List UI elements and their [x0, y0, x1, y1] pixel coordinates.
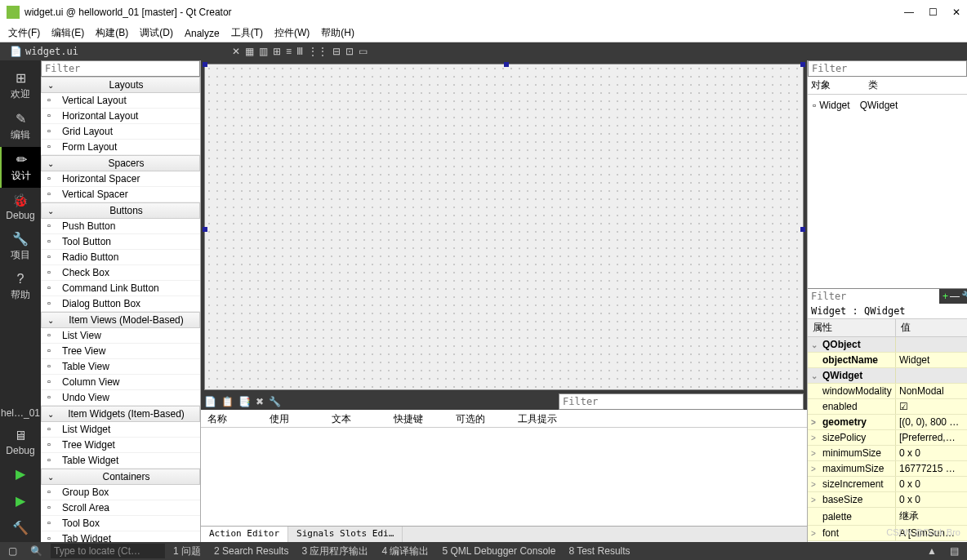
pane-qml[interactable]: 5 QML Debugger Console	[437, 545, 560, 557]
property-filter[interactable]	[808, 289, 939, 304]
widgetbox-item[interactable]: ▫Table View	[41, 359, 200, 375]
layout-icon[interactable]: Ⅲ	[296, 46, 303, 57]
toggle-pane-icon[interactable]: ▲	[922, 545, 942, 557]
widgetbox-item[interactable]: ▫Tool Button	[41, 234, 200, 250]
obj-col-object[interactable]: 对象	[811, 78, 868, 92]
col-shortcut[interactable]: 快捷键	[387, 410, 449, 427]
tab-action-editor[interactable]: Action Editor	[201, 527, 288, 542]
widgetbox-category[interactable]: ⌄Item Views (Model-Based)	[41, 312, 200, 328]
search-icon[interactable]: 🔍	[25, 545, 47, 557]
remove-property-icon[interactable]: —	[950, 291, 960, 302]
widgetbox-item[interactable]: ▫List Widget	[41, 422, 200, 438]
menu-widgets[interactable]: 控件(W)	[270, 24, 314, 42]
maximize-button[interactable]: ☐	[929, 7, 938, 18]
property-row[interactable]: >maximumSize16777215 …	[808, 461, 967, 477]
col-checkable[interactable]: 可选的	[449, 410, 511, 427]
layout-icon[interactable]: ⊟	[332, 46, 341, 57]
menu-analyze[interactable]: Analyze	[180, 26, 225, 41]
widgetbox-category[interactable]: ⌄Containers	[41, 469, 200, 485]
widgetbox-item[interactable]: ▫Check Box	[41, 265, 200, 281]
property-row[interactable]: >fontA [SimSun…	[808, 526, 967, 541]
layout-icon[interactable]: ▭	[359, 46, 368, 57]
property-row[interactable]: enabled☑	[808, 399, 967, 415]
layout-icon[interactable]: ⊞	[273, 46, 281, 57]
widgetbox-item[interactable]: ▫Table Widget	[41, 453, 200, 469]
close-tab-icon[interactable]: ✕	[232, 46, 240, 57]
property-row[interactable]: >sizeIncrement0 x 0	[808, 477, 967, 492]
new-action-icon[interactable]: 📄	[204, 396, 216, 407]
widgetbox-filter[interactable]	[41, 60, 200, 77]
widgetbox-item[interactable]: ▫Horizontal Spacer	[41, 171, 200, 187]
col-used[interactable]: 使用	[263, 410, 325, 427]
minimize-button[interactable]: —	[904, 7, 914, 18]
mode-debug[interactable]: 🐞Debug	[0, 188, 41, 226]
property-row[interactable]: palette继承	[808, 508, 967, 526]
close-button[interactable]: ✕	[952, 7, 960, 18]
widgetbox-category[interactable]: ⌄Buttons	[41, 202, 200, 219]
widgetbox-category[interactable]: ⌄Layouts	[41, 77, 200, 93]
document-tab[interactable]: 📄 widget.ui	[3, 44, 85, 59]
build-button[interactable]: 🔨	[0, 515, 41, 542]
layout-icon[interactable]: ▥	[259, 46, 268, 57]
menu-file[interactable]: 文件(F)	[3, 24, 45, 42]
pane-issues[interactable]: 1 问题	[168, 544, 206, 558]
widgetbox-item[interactable]: ▫Radio Button	[41, 250, 200, 265]
property-category[interactable]: ⌄QWidget	[808, 368, 967, 384]
property-row[interactable]: >sizePolicy[Preferred,…	[808, 430, 967, 446]
widgetbox-item[interactable]: ▫Tab Widget	[41, 531, 200, 542]
config-property-icon[interactable]: 🔧	[961, 291, 967, 302]
widgetbox-item[interactable]: ▫Vertical Layout	[41, 93, 200, 109]
split-icon[interactable]: ▤	[945, 545, 964, 557]
prop-col-name[interactable]: 属性	[808, 319, 896, 336]
property-row[interactable]: >geometry[(0, 0), 800 …	[808, 415, 967, 430]
widgetbox-item[interactable]: ▫Group Box	[41, 485, 200, 500]
action-list[interactable]	[201, 428, 807, 526]
locator-input[interactable]: Type to locate (Ct…	[51, 544, 165, 558]
paste-action-icon[interactable]: 📑	[238, 396, 251, 407]
widgetbox-item[interactable]: ▫Tree Widget	[41, 438, 200, 453]
menu-debug[interactable]: 调试(D)	[135, 24, 178, 42]
object-filter[interactable]	[808, 60, 967, 77]
layout-icon[interactable]: ≡	[286, 46, 292, 57]
build-config[interactable]: 🖥Debug	[0, 424, 41, 461]
widgetbox-item[interactable]: ▫Push Button	[41, 219, 200, 234]
col-text[interactable]: 文本	[325, 410, 387, 427]
mode-welcome[interactable]: ⊞欢迎	[0, 65, 41, 106]
property-row[interactable]: >baseSize0 x 0	[808, 492, 967, 508]
widgetbox-item[interactable]: ▫Undo View	[41, 390, 200, 406]
pane-tests[interactable]: 8 Test Results	[564, 545, 635, 557]
layout-icon[interactable]: ▦	[245, 46, 254, 57]
menu-build[interactable]: 构建(B)	[91, 24, 133, 42]
widgetbox-item[interactable]: ▫Dialog Button Box	[41, 296, 200, 312]
tab-signals-slots[interactable]: Signals Slots Edi…	[288, 527, 403, 542]
menu-tools[interactable]: 工具(T)	[226, 24, 268, 42]
object-tree-root[interactable]: ▫ Widget QWidget	[811, 98, 964, 113]
mode-projects[interactable]: 🔧项目	[0, 226, 41, 267]
delete-action-icon[interactable]: ✖	[256, 396, 264, 407]
design-canvas[interactable]	[204, 64, 804, 390]
property-row[interactable]: objectNameWidget	[808, 353, 967, 368]
menu-edit[interactable]: 编辑(E)	[47, 24, 89, 42]
widgetbox-item[interactable]: ▫Vertical Spacer	[41, 187, 200, 202]
widgetbox-category[interactable]: ⌄Item Widgets (Item-Based)	[41, 406, 200, 422]
widgetbox-item[interactable]: ▫Scroll Area	[41, 500, 200, 516]
layout-icon[interactable]: ⋮⋮	[308, 46, 328, 57]
widgetbox-item[interactable]: ▫Form Layout	[41, 140, 200, 155]
widgetbox-item[interactable]: ▫Tool Box	[41, 516, 200, 531]
menu-help[interactable]: 帮助(H)	[316, 24, 359, 42]
action-filter[interactable]	[559, 393, 804, 410]
widgetbox-item[interactable]: ▫Command Link Button	[41, 281, 200, 296]
property-row[interactable]: windowModalityNonModal	[808, 384, 967, 399]
pane-appoutput[interactable]: 3 应用程序输出	[296, 544, 373, 558]
col-tooltip[interactable]: 工具提示	[511, 410, 573, 427]
col-name[interactable]: 名称	[201, 410, 263, 427]
widgetbox-item[interactable]: ▫Tree View	[41, 344, 200, 359]
prop-col-value[interactable]: 值	[896, 319, 916, 336]
add-property-icon[interactable]: +	[942, 291, 948, 302]
config-action-icon[interactable]: 🔧	[269, 396, 281, 407]
property-row[interactable]: >minimumSize0 x 0	[808, 446, 967, 461]
debug-run-button[interactable]: ▶	[0, 488, 41, 515]
mode-help[interactable]: ?帮助	[0, 267, 41, 307]
layout-icon[interactable]: ⊡	[345, 46, 354, 57]
close-pane-icon[interactable]: ▢	[3, 545, 22, 557]
